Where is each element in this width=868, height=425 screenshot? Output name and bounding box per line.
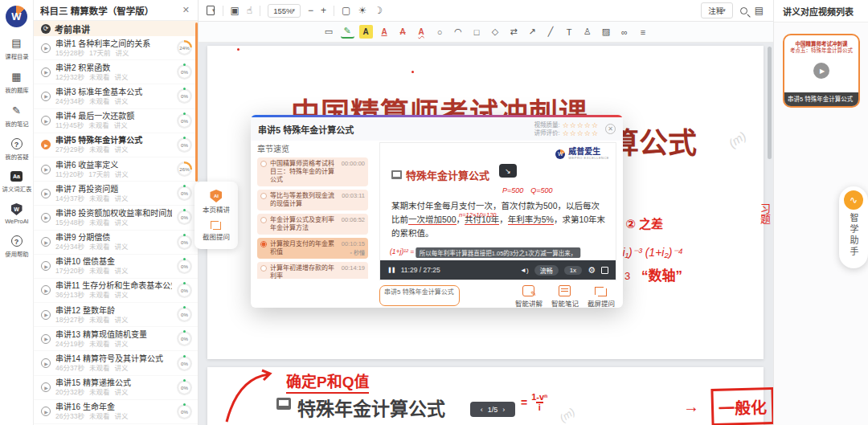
lesson-item[interactable]: ▶ 串讲7 再投资问题 14分37秒未观看讲义 0% — [34, 182, 198, 206]
fit-page-icon[interactable]: ▣ — [231, 5, 240, 16]
chapter-title: 等比与等差数列现金流的现值计算 — [270, 192, 338, 208]
annotation-tool-icon[interactable]: ∞ — [618, 25, 632, 39]
annotate-dropdown[interactable]: 注释▾ — [701, 2, 733, 18]
close-icon[interactable]: ✕ — [181, 5, 191, 15]
annotation-tool-icon[interactable]: ╱ — [544, 25, 558, 39]
annotation-tool-icon[interactable]: ▨ — [600, 25, 613, 39]
annotation-tool-icon[interactable]: □ — [470, 25, 484, 39]
assistant-button[interactable]: ∿ 智学助手 — [839, 186, 868, 268]
lesson-item[interactable]: ▶ 串讲10 偿债基金 17分20秒未观看讲义 0% — [34, 255, 198, 279]
lesson-item[interactable]: ▶ 串讲5 特殊年金计算公式 27分29秒未观看讲义 0% — [34, 133, 198, 157]
annotation-tool-icon[interactable]: ▭ — [322, 25, 336, 39]
pan-hand-icon[interactable]: ☝ — [247, 5, 252, 16]
annotation-tool-icon[interactable]: A — [359, 25, 373, 39]
rail-item[interactable]: ▦ 我的题库 — [0, 66, 34, 100]
zoom-out-button[interactable]: − — [308, 5, 313, 16]
rail-icon: ✎ — [12, 104, 21, 116]
fullscreen-icon[interactable] — [601, 267, 608, 274]
pause-button[interactable]: ❚❚ — [387, 267, 395, 273]
annotation-tool-icon[interactable]: ◇ — [489, 25, 502, 39]
lesson-item[interactable]: ▶ 串讲16 生命年金 26分33秒未观看讲义 0% — [34, 400, 198, 424]
page-explain-button[interactable]: AI 本页精讲 — [203, 190, 230, 214]
annotation-tool-icon[interactable]: ✎ — [341, 25, 354, 39]
pip-icon[interactable]: ↘ — [499, 164, 517, 178]
annotation-tool-icon[interactable]: ↗ — [526, 25, 539, 39]
volume-icon[interactable]: ◄) — [520, 267, 529, 274]
annotation-tool-icon[interactable]: T — [563, 25, 576, 39]
lesson-item[interactable]: ▶ 串讲15 精算递推公式 20分32秒未观看讲义 0% — [34, 376, 198, 400]
rail-item[interactable]: Aa 讲义词汇表 — [0, 166, 34, 198]
prev-page-arrow[interactable]: ‹ — [481, 406, 483, 414]
annotation-tool-icon[interactable]: A — [415, 25, 428, 39]
annotation-tool-icon[interactable]: A — [378, 25, 391, 39]
next-page-arrow[interactable]: › — [502, 406, 505, 414]
sidebar-scrollbar[interactable] — [195, 22, 198, 182]
rail-item[interactable]: ? 我的答疑 — [0, 133, 34, 166]
rail-item[interactable]: ▤ 课程目录 — [0, 32, 34, 66]
speed-button[interactable]: 1x — [564, 266, 582, 275]
play-circle-icon: ▶ — [41, 189, 51, 198]
play-icon[interactable]: ▶ — [813, 63, 829, 79]
annotation-tool-icon[interactable]: ◠ — [452, 25, 465, 39]
progress-ring: 0% — [177, 283, 192, 298]
rail-label: 我的题库 — [5, 85, 28, 93]
pdf-scrollbar[interactable] — [768, 47, 772, 159]
lesson-item[interactable]: ▶ 串讲3 标准年金基本公式 24分34秒未观看讲义 0% — [34, 84, 198, 108]
annotation-tool-icon[interactable]: ♙ — [581, 25, 595, 39]
lesson-item[interactable]: ▶ 串讲8 投资额加权收益率和时间加权收益率 15分48秒未观看讲义 0% — [34, 206, 198, 230]
popup-close-icon[interactable]: ✕ — [605, 124, 616, 134]
chapter-title: 计算按月支付的年金累积值 — [270, 240, 338, 256]
search-icon[interactable] — [740, 7, 747, 14]
fullscreen-icon[interactable]: ▢ — [342, 5, 350, 16]
annotation-tool-icon[interactable]: A — [396, 25, 410, 39]
quality-stars[interactable]: ☆☆☆☆☆ — [563, 121, 599, 129]
video-player[interactable]: W 威普爱生WEPRO EXCELLENCE 特殊年金计算公式 ↘ 某期末付年金… — [379, 142, 616, 280]
play-circle-icon: ▶ — [41, 285, 51, 295]
dark-mode-icon[interactable]: ☽ — [374, 5, 383, 16]
progress-percent: 0% — [178, 115, 190, 126]
popup-action-button[interactable]: 截屏提问 — [588, 285, 615, 308]
rating-block: 视频质量:☆☆☆☆☆ 讲师评价:☆☆☆☆☆ — [534, 121, 599, 137]
popup-action-button[interactable]: 智能讲解 — [515, 285, 542, 308]
lesson-meta: 24分34秒未观看讲义 — [55, 97, 172, 105]
rail-item[interactable]: ? 使用帮助 — [0, 231, 34, 264]
rail-label: 课程目录 — [5, 51, 28, 59]
lesson-item[interactable]: ▶ 串讲6 收益率定义 11分20秒17天前讲义 26% — [34, 157, 198, 182]
chapter-item[interactable]: 中国精算师资格考试科目三：特殊年金的计算公式 00:00:00 — [257, 157, 368, 186]
lesson-meta: 11分45秒未观看讲义 — [55, 121, 172, 129]
annotation-tool-icon[interactable]: ⇄ — [507, 25, 521, 39]
zoom-select[interactable]: 155%▾ — [268, 4, 301, 18]
lesson-item[interactable]: ▶ 串讲13 精算现值随机变量 24分19秒未观看讲义 0% — [34, 327, 198, 351]
thumbnail-panel-icon[interactable]: ▤ — [755, 5, 764, 16]
rail-item[interactable]: ✎ 我的笔记 — [0, 100, 34, 133]
quality-button[interactable]: 流畅 — [534, 265, 559, 276]
chapter-item[interactable]: 年金计算公式及变利率年金计算方法 00:06:52 — [257, 214, 368, 235]
annotation-tool-icon[interactable]: ≡ — [637, 25, 650, 39]
lesson-item[interactable]: ▶ 串讲12 整数年龄 18分27秒未观看讲义 0% — [34, 303, 198, 327]
panel-title: 讲义对应视频列表 — [783, 5, 854, 18]
lesson-item[interactable]: ▶ 串讲14 精算符号及其计算公式 46分37秒未观看讲义 0% — [34, 351, 198, 375]
popup-action-button[interactable]: 智能笔记 — [551, 285, 579, 308]
video-thumbnail-card[interactable]: 中国精算师考试冲刺课 考点五：特殊年金计算公式 ▶ 串讲5 特殊年金计算公式 — [783, 34, 860, 108]
chapter-item[interactable]: 计算年初递增存款的年利率 00:14:19 — [257, 262, 368, 279]
lesson-meta: 36分13秒未观看讲义 — [55, 291, 172, 299]
note-input[interactable]: 串讲5 特殊年金计算公式 — [379, 285, 460, 306]
lesson-item[interactable]: ▶ 串讲4 最后一次还款额 11分45秒未观看讲义 0% — [34, 109, 198, 133]
lesson-item[interactable]: ▶ 串讲2 积累函数 12分32秒未观看讲义 0% — [34, 60, 198, 84]
annotation-tool-icon[interactable]: ○ — [433, 25, 447, 39]
rail-icon: ? — [11, 138, 23, 149]
chapter-radio — [260, 193, 267, 199]
chapter-item[interactable]: 等比与等差数列现金流的现值计算 00:03:11 — [257, 190, 368, 210]
settings-gear-icon[interactable]: ⚙ — [588, 265, 596, 276]
lesson-item[interactable]: ▶ 串讲11 生存分析和生命表基本公式 36分13秒未观看讲义 0% — [34, 279, 198, 303]
lesson-item[interactable]: ▶ 串讲1 各种利率之间的关系 15分28秒17天前讲义 24% — [34, 36, 198, 60]
section-header[interactable]: ⟳ 考前串讲 — [34, 21, 198, 36]
zoom-in-button[interactable]: + — [321, 5, 326, 16]
lesson-item[interactable]: ▶ 串讲9 分期偿债 24分34秒未观看讲义 0% — [34, 231, 198, 255]
teacher-stars[interactable]: ☆☆☆☆☆ — [563, 129, 599, 137]
chapter-item[interactable]: 计算按月支付的年金累积值 00:10:15 ▫ 秒懂 — [257, 238, 368, 259]
rail-item[interactable]: W WeProAI — [0, 198, 34, 231]
page-menu-button[interactable]: ▾ — [207, 6, 215, 15]
brightness-icon[interactable]: ☀ — [358, 5, 366, 16]
screenshot-ask-button[interactable]: 截图提问 — [203, 219, 230, 241]
